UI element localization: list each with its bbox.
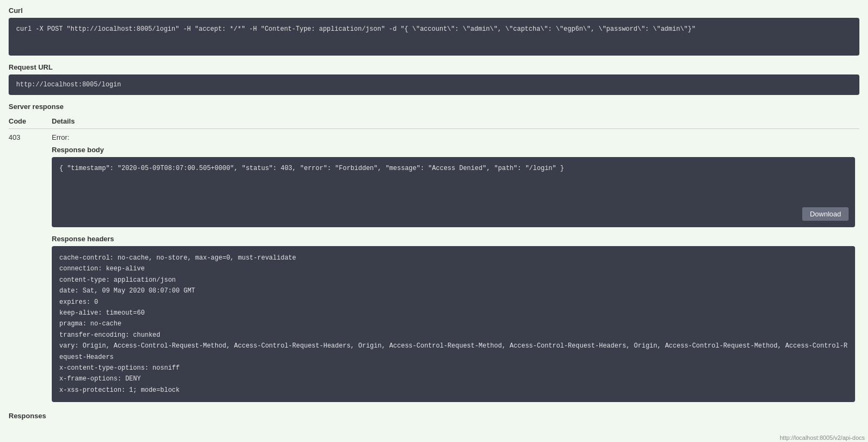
server-response-label: Server response	[9, 103, 859, 111]
response-headers-label: Response headers	[52, 235, 855, 243]
details-header: Details	[52, 115, 859, 129]
request-url-value: http://localhost:8005/login	[9, 74, 859, 95]
page-container: Curl curl -X POST "http://localhost:8005…	[0, 0, 868, 442]
curl-code-block: curl -X POST "http://localhost:8005/logi…	[9, 18, 859, 56]
request-url-label: Request URL	[9, 63, 859, 71]
response-body-text: { "timestamp": "2020-05-09T08:07:00.505+…	[59, 165, 564, 172]
request-url-section: Request URL http://localhost:8005/login	[9, 63, 859, 95]
response-code: 403	[9, 129, 52, 410]
curl-label: Curl	[9, 6, 859, 15]
responses-label: Responses	[9, 412, 859, 420]
response-body-block: { "timestamp": "2020-05-09T08:07:00.505+…	[52, 157, 855, 227]
server-response-section: Server response Code Details 403 Error: …	[9, 103, 859, 410]
error-label: Error:	[52, 133, 855, 141]
footer-url: http://localhost:8005/v2/api-docs	[776, 433, 868, 442]
code-header: Code	[9, 115, 52, 129]
response-body-label: Response body	[52, 146, 855, 154]
table-header-row: Code Details	[9, 115, 859, 129]
response-headers-block: cache-control: no-cache, no-store, max-a…	[52, 246, 855, 402]
table-row: 403 Error: Response body { "timestamp": …	[9, 129, 859, 410]
curl-section: Curl curl -X POST "http://localhost:8005…	[9, 6, 859, 56]
response-details: Error: Response body { "timestamp": "202…	[52, 129, 859, 410]
download-button[interactable]: Download	[802, 207, 849, 221]
response-table: Code Details 403 Error: Response body { …	[9, 115, 859, 410]
responses-section: Responses	[9, 412, 859, 420]
